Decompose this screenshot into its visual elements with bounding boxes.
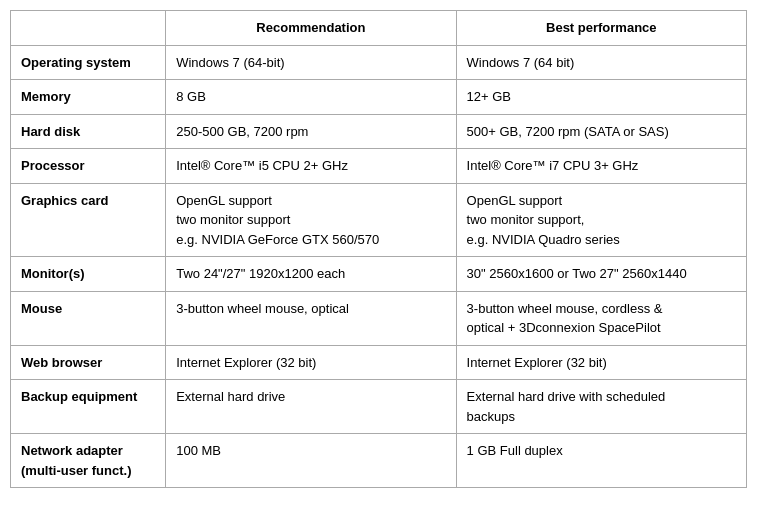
row-best-performance: Internet Explorer (32 bit) <box>456 345 746 380</box>
row-label: Backup equipment <box>11 380 166 434</box>
col-header-label <box>11 11 166 46</box>
row-recommendation: 8 GB <box>166 80 456 115</box>
table-row: Operating systemWindows 7 (64-bit)Window… <box>11 45 747 80</box>
row-recommendation: 250-500 GB, 7200 rpm <box>166 114 456 149</box>
row-recommendation: Two 24"/27" 1920x1200 each <box>166 257 456 292</box>
row-best-performance: 3-button wheel mouse, cordless &optical … <box>456 291 746 345</box>
row-recommendation: Intel® Core™ i5 CPU 2+ GHz <box>166 149 456 184</box>
row-label: Network adapter(multi-user funct.) <box>11 434 166 488</box>
table-row: Web browserInternet Explorer (32 bit)Int… <box>11 345 747 380</box>
table-row: Monitor(s)Two 24"/27" 1920x1200 each30" … <box>11 257 747 292</box>
row-best-performance: OpenGL supporttwo monitor support,e.g. N… <box>456 183 746 257</box>
col-header-recommendation: Recommendation <box>166 11 456 46</box>
row-recommendation: Internet Explorer (32 bit) <box>166 345 456 380</box>
row-best-performance: 1 GB Full duplex <box>456 434 746 488</box>
row-best-performance: External hard drive with scheduledbackup… <box>456 380 746 434</box>
row-label: Web browser <box>11 345 166 380</box>
row-best-performance: 12+ GB <box>456 80 746 115</box>
row-label: Hard disk <box>11 114 166 149</box>
row-label: Processor <box>11 149 166 184</box>
row-recommendation: 3-button wheel mouse, optical <box>166 291 456 345</box>
table-row: Memory8 GB12+ GB <box>11 80 747 115</box>
row-best-performance: 30" 2560x1600 or Two 27" 2560x1440 <box>456 257 746 292</box>
table-row: ProcessorIntel® Core™ i5 CPU 2+ GHzIntel… <box>11 149 747 184</box>
row-label: Monitor(s) <box>11 257 166 292</box>
row-best-performance: Windows 7 (64 bit) <box>456 45 746 80</box>
table-row: Backup equipmentExternal hard driveExter… <box>11 380 747 434</box>
row-recommendation: OpenGL supporttwo monitor supporte.g. NV… <box>166 183 456 257</box>
table-row: Graphics cardOpenGL supporttwo monitor s… <box>11 183 747 257</box>
col-header-best-performance: Best performance <box>456 11 746 46</box>
row-label: Operating system <box>11 45 166 80</box>
specs-table: Recommendation Best performance Operatin… <box>10 10 747 488</box>
row-best-performance: 500+ GB, 7200 rpm (SATA or SAS) <box>456 114 746 149</box>
row-recommendation: Windows 7 (64-bit) <box>166 45 456 80</box>
row-label: Memory <box>11 80 166 115</box>
table-row: Network adapter(multi-user funct.)100 MB… <box>11 434 747 488</box>
table-row: Mouse3-button wheel mouse, optical3-butt… <box>11 291 747 345</box>
row-recommendation: External hard drive <box>166 380 456 434</box>
row-label: Mouse <box>11 291 166 345</box>
row-label: Graphics card <box>11 183 166 257</box>
row-recommendation: 100 MB <box>166 434 456 488</box>
table-row: Hard disk250-500 GB, 7200 rpm500+ GB, 72… <box>11 114 747 149</box>
row-best-performance: Intel® Core™ i7 CPU 3+ GHz <box>456 149 746 184</box>
